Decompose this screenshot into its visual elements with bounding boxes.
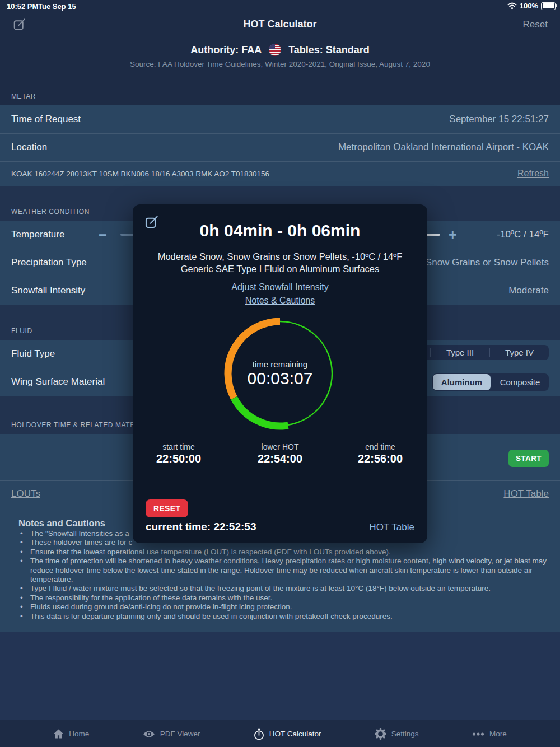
gear-icon <box>375 728 386 740</box>
time-remaining-label: time remaining <box>133 360 427 369</box>
time-remaining-value: 00:03:07 <box>133 369 427 388</box>
note-item: The responsibility for the application o… <box>11 594 552 603</box>
tab-pdf-viewer[interactable]: PDF Viewer <box>143 730 200 739</box>
authority-header: Authority: FAA Tables: Standard <box>0 44 560 56</box>
end-time-col: end time 22:56:00 <box>338 442 422 465</box>
start-time-value: 22:50:00 <box>137 452 221 465</box>
tab-label: More <box>489 730 507 738</box>
tab-home[interactable]: Home <box>53 729 89 739</box>
snowfall-intensity-value[interactable]: Moderate <box>508 285 549 296</box>
wing-surface-label: Wing Surface Material <box>11 376 105 387</box>
tab-label: Settings <box>391 730 419 738</box>
holdover-timer-modal: 0h 04min - 0h 06min Moderate Snow, Snow … <box>133 204 427 543</box>
authority-label: Authority: FAA <box>190 44 262 56</box>
notes-heading: Notes and Cautions <box>18 518 105 529</box>
metar-section-header: METAR <box>0 81 560 105</box>
precipitation-value[interactable]: Snow Grains or Snow Pellets <box>426 257 549 268</box>
timer-reset-button[interactable]: RESET <box>146 499 188 517</box>
wifi-icon <box>507 2 517 10</box>
note-item: Fluids used during ground de/anti-icing … <box>11 603 552 611</box>
temperature-plus-button[interactable]: + <box>449 228 457 242</box>
temperature-minus-button[interactable]: − <box>99 228 107 242</box>
lower-hot-label: lower HOT <box>238 442 322 451</box>
fluid-type-option-type3[interactable]: Type III <box>431 345 489 360</box>
wing-surface-option-composite[interactable]: Composite <box>491 374 549 391</box>
louts-link[interactable]: LOUTs <box>11 488 40 499</box>
ellipsis-icon <box>472 732 484 736</box>
battery-icon <box>541 2 556 10</box>
end-time-label: end time <box>338 442 422 451</box>
time-of-request-value: September 15 22:51:27 <box>449 114 549 125</box>
note-item: The time of protection will be shortened… <box>11 557 552 584</box>
start-button[interactable]: START <box>508 450 549 467</box>
holdover-section-label: HOLDOVER TIME & RELATED MATER <box>11 421 140 429</box>
time-of-request-row: Time of Request September 15 22:51:27 <box>0 105 560 134</box>
hot-table-link[interactable]: HOT Table <box>503 488 549 499</box>
metar-text: KOAK 160244Z 28013KT 10SM BKN006 18/16 A… <box>11 170 269 178</box>
hot-calculator-app: 10:52 PM Tue Sep 15 100% HOT Calculator … <box>0 0 560 747</box>
nav-bar: HOT Calculator Reset <box>0 12 560 38</box>
precipitation-label: Precipitation Type <box>11 257 87 268</box>
tab-label: HOT Calculator <box>269 730 321 738</box>
note-item: Type I fluid / water mixture must be sel… <box>11 584 552 593</box>
fluid-section-label: FLUID <box>11 327 32 335</box>
weather-section-label: WEATHER CONDITION <box>11 208 90 216</box>
eye-icon <box>143 730 155 739</box>
current-time: current time: 22:52:53 <box>146 521 256 533</box>
temperature-label: Temperature <box>11 229 64 240</box>
location-value: Metropolitan Oakland International Airpo… <box>338 142 549 153</box>
wing-surface-segmented-control: Aluminum Composite <box>432 374 549 391</box>
status-bar: 10:52 PM Tue Sep 15 100% <box>0 0 560 12</box>
start-time-col: start time 22:50:00 <box>137 442 221 465</box>
status-indicators: 100% <box>507 2 556 10</box>
modal-hot-table-link[interactable]: HOT Table <box>369 522 414 533</box>
status-time: 10:52 PM <box>7 2 38 11</box>
refresh-link[interactable]: Refresh <box>517 169 549 179</box>
metar-section-label: METAR <box>11 92 36 100</box>
stopwatch-icon <box>254 728 264 740</box>
tab-hot-calculator[interactable]: HOT Calculator <box>254 728 321 740</box>
source-line: Source: FAA Holdover Time Guidelines, Wi… <box>0 60 560 68</box>
location-row: Location Metropolitan Oakland Internatio… <box>0 133 560 162</box>
lower-hot-col: lower HOT 22:54:00 <box>238 442 322 465</box>
time-of-request-label: Time of Request <box>11 114 81 125</box>
tab-label: Home <box>69 730 89 738</box>
fluid-type-label: Fluid Type <box>11 348 55 360</box>
tab-bar: Home PDF Viewer HOT Calculator <box>0 720 560 747</box>
tables-label: Tables: Standard <box>288 44 370 56</box>
snowfall-intensity-label: Snowfall Intensity <box>11 285 85 296</box>
bottom-spacer <box>0 632 560 720</box>
home-icon <box>53 729 64 739</box>
lower-hot-value: 22:54:00 <box>238 452 322 465</box>
temperature-value: -10ºC / 14ºF <box>497 229 549 240</box>
reset-button[interactable]: Reset <box>523 19 548 30</box>
end-time-value: 22:56:00 <box>338 452 422 465</box>
metar-string-row: KOAK 160244Z 28013KT 10SM BKN006 18/16 A… <box>0 161 560 186</box>
us-flag-icon <box>269 44 281 56</box>
tab-label: PDF Viewer <box>160 730 200 738</box>
tab-settings[interactable]: Settings <box>375 728 419 740</box>
fluid-type-option-type4[interactable]: Type IV <box>490 345 549 360</box>
status-date: Tue Sep 15 <box>38 2 76 11</box>
tab-more[interactable]: More <box>472 730 507 738</box>
page-title: HOT Calculator <box>0 18 560 30</box>
location-label: Location <box>11 142 47 153</box>
battery-percent: 100% <box>520 2 538 10</box>
note-item: This data is for departure planning only… <box>11 612 552 621</box>
wing-surface-option-aluminum[interactable]: Aluminum <box>433 374 491 390</box>
start-time-label: start time <box>137 442 221 451</box>
note-item: Ensure that the lowest operational use t… <box>11 548 552 557</box>
metar-section: Time of Request September 15 22:51:27 Lo… <box>0 105 560 186</box>
